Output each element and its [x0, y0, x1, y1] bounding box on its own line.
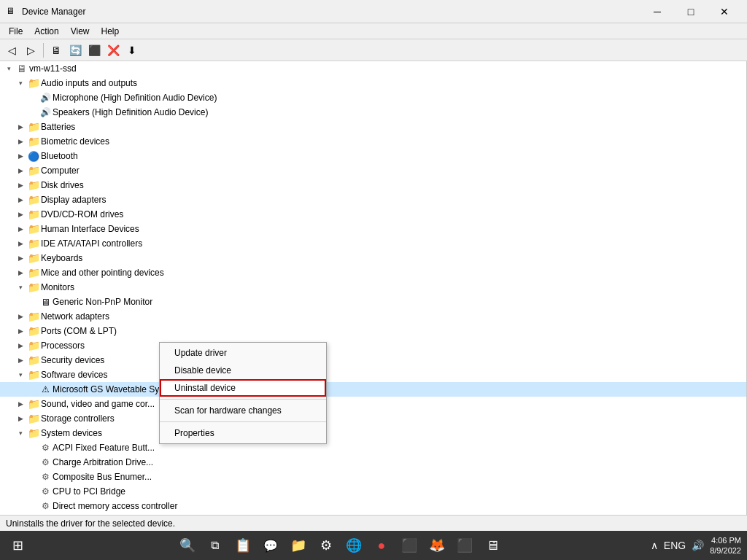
device-tree[interactable]: ▾🖥vm-w11-ssd▾📁Audio inputs and outputs🔊M…: [0, 61, 747, 515]
tree-item-acpi[interactable]: ⚙ACPI Fixed Feature Butt...: [0, 440, 746, 455]
tree-toggle-system[interactable]: ▾: [15, 427, 26, 439]
tree-toggle-disk[interactable]: ▶: [15, 179, 26, 191]
tree-label-sound: Sound, video and game cor...: [41, 399, 155, 409]
tray-volume[interactable]: 🔊: [692, 540, 704, 551]
tree-item-cpu-pci[interactable]: ⚙CPU to PCI Bridge: [0, 484, 746, 499]
tree-item-biometric[interactable]: ▶📁Biometric devices: [0, 134, 746, 149]
tree-item-audio[interactable]: ▾📁Audio inputs and outputs: [0, 76, 746, 90]
ctx-properties[interactable]: Properties: [160, 424, 326, 442]
tree-item-composite[interactable]: ⚙Composite Bus Enumer...: [0, 470, 746, 484]
tree-toggle-display[interactable]: ▶: [15, 194, 26, 206]
tree-toggle-keyboards[interactable]: ▶: [15, 252, 26, 264]
tree-item-system[interactable]: ▾📁System devices: [0, 426, 746, 440]
tree-item-computer[interactable]: ▶📁Computer: [0, 163, 746, 178]
tree-toggle-biometric[interactable]: ▶: [15, 136, 26, 147]
tree-toggle-network[interactable]: ▶: [15, 311, 26, 322]
start-button[interactable]: ⊞: [6, 534, 29, 557]
tree-toggle-storage[interactable]: ▶: [15, 413, 26, 424]
toolbar-resources[interactable]: ⬇: [123, 42, 141, 59]
tree-toggle-audio[interactable]: ▾: [15, 77, 26, 89]
menu-action[interactable]: Action: [28, 25, 64, 38]
tree-item-bluetooth[interactable]: ▶🔵Bluetooth: [0, 149, 746, 163]
tree-toggle-monitors[interactable]: ▾: [15, 281, 26, 293]
tree-toggle-software[interactable]: ▾: [15, 369, 26, 381]
tree-toggle-bluetooth[interactable]: ▶: [15, 150, 26, 162]
ctx-disable-device[interactable]: Disable device: [160, 362, 326, 379]
tree-toggle-computer[interactable]: ▶: [15, 165, 26, 176]
tree-item-sound[interactable]: ▶📁Sound, video and game cor...: [0, 397, 746, 411]
ctx-update-driver[interactable]: Update driver: [160, 344, 326, 362]
menu-help[interactable]: Help: [96, 25, 125, 38]
tree-toggle-hid[interactable]: ▶: [15, 223, 26, 235]
tree-toggle-security[interactable]: ▶: [15, 354, 26, 366]
toolbar-update[interactable]: 🔄: [66, 42, 84, 59]
tree-icon-disk: 📁: [28, 179, 39, 191]
tree-item-mice[interactable]: ▶📁Mice and other pointing devices: [0, 265, 746, 280]
firefox-button[interactable]: 🦊: [425, 534, 449, 557]
tray-lang[interactable]: ENG: [664, 540, 686, 551]
tree-item-generic-monitor[interactable]: 🖥Generic Non-PnP Monitor: [0, 295, 746, 309]
tree-toggle-mice[interactable]: ▶: [15, 267, 26, 279]
ctx-scan-hardware[interactable]: Scan for hardware changes: [160, 402, 326, 419]
tree-toggle-vm-w11-ssd[interactable]: ▾: [3, 63, 15, 74]
tree-toggle-processors[interactable]: ▶: [15, 340, 26, 351]
tree-toggle-sound[interactable]: ▶: [15, 398, 26, 410]
tree-icon-biometric: 📁: [28, 136, 39, 147]
toolbar-scan[interactable]: ❌: [104, 42, 122, 59]
tree-item-charge-arb[interactable]: ⚙Charge Arbitration Drive...: [0, 455, 746, 470]
search-button[interactable]: 🔍: [176, 534, 199, 557]
tree-item-disk[interactable]: ▶📁Disk drives: [0, 178, 746, 192]
tree-label-disk: Disk drives: [41, 180, 84, 190]
system-clock[interactable]: 4:06 PM 8/9/2022: [710, 535, 741, 556]
tray-expand[interactable]: ∧: [651, 540, 658, 551]
tree-label-processors: Processors: [41, 341, 85, 351]
menu-file[interactable]: File: [3, 25, 28, 38]
toolbar-back[interactable]: ◁: [3, 42, 20, 59]
tree-item-eisa[interactable]: ⚙EISA programmable interrupt controller: [0, 513, 746, 515]
tree-toggle-batteries[interactable]: ▶: [15, 121, 26, 133]
terminal-button[interactable]: ⬛: [398, 534, 421, 557]
tree-label-microphone: Microphone (High Definition Audio Device…: [53, 93, 217, 103]
chat-button[interactable]: 💬: [259, 534, 282, 557]
tree-item-vm-w11-ssd[interactable]: ▾🖥vm-w11-ssd: [0, 61, 746, 76]
monosnap-button[interactable]: ●: [370, 534, 393, 557]
tree-item-processors[interactable]: ▶📁Processors: [0, 338, 746, 353]
tree-icon-hid: 📁: [28, 223, 39, 235]
tree-item-microphone[interactable]: 🔊Microphone (High Definition Audio Devic…: [0, 90, 746, 105]
minimize-button[interactable]: ─: [640, 0, 674, 23]
explorer-button[interactable]: 📁: [287, 534, 310, 557]
tree-icon-system: 📁: [28, 427, 39, 439]
edge-button[interactable]: 🌐: [342, 534, 365, 557]
tree-item-ports[interactable]: ▶📁Ports (COM & LPT): [0, 324, 746, 338]
tree-item-dvd[interactable]: ▶📁DVD/CD-ROM drives: [0, 207, 746, 222]
tree-item-speakers[interactable]: 🔊Speakers (High Definition Audio Device): [0, 105, 746, 120]
tree-item-display[interactable]: ▶📁Display adapters: [0, 192, 746, 207]
tree-item-dma[interactable]: ⚙Direct memory access controller: [0, 499, 746, 513]
toolbar-uninstall[interactable]: ⬛: [85, 42, 103, 59]
tree-item-network[interactable]: ▶📁Network adapters: [0, 309, 746, 324]
tree-item-software[interactable]: ▾📁Software devices: [0, 368, 746, 382]
menu-view[interactable]: View: [65, 25, 96, 38]
tree-item-keyboards[interactable]: ▶📁Keyboards: [0, 251, 746, 265]
tree-toggle-dvd[interactable]: ▶: [15, 209, 26, 220]
rdp-button[interactable]: 🖥: [481, 534, 504, 557]
tree-item-ms-wavetable[interactable]: ⚠Microsoft GS Wavetable Synth: [0, 382, 746, 397]
settings-button[interactable]: ⚙: [314, 534, 338, 557]
taskview-button[interactable]: ⧉: [204, 534, 227, 557]
toolbar-properties[interactable]: 🖥: [47, 42, 65, 59]
tree-toggle-ports[interactable]: ▶: [15, 325, 26, 337]
widgets-button[interactable]: 📋: [231, 534, 255, 557]
tree-toggle-dma: [26, 500, 38, 512]
toolbar-forward[interactable]: ▷: [22, 42, 39, 59]
close-button[interactable]: ✕: [708, 0, 741, 23]
ctx-uninstall-device[interactable]: Uninstall device: [160, 379, 326, 397]
tree-item-monitors[interactable]: ▾📁Monitors: [0, 280, 746, 295]
tree-toggle-ide[interactable]: ▶: [15, 238, 26, 249]
tree-item-ide[interactable]: ▶📁IDE ATA/ATAPI controllers: [0, 236, 746, 251]
cmd-button[interactable]: ⬛: [453, 534, 476, 557]
tree-item-hid[interactable]: ▶📁Human Interface Devices: [0, 222, 746, 236]
tree-item-security[interactable]: ▶📁Security devices: [0, 353, 746, 368]
tree-item-batteries[interactable]: ▶📁Batteries: [0, 120, 746, 134]
tree-item-storage[interactable]: ▶📁Storage controllers: [0, 411, 746, 426]
maximize-button[interactable]: □: [674, 0, 708, 23]
